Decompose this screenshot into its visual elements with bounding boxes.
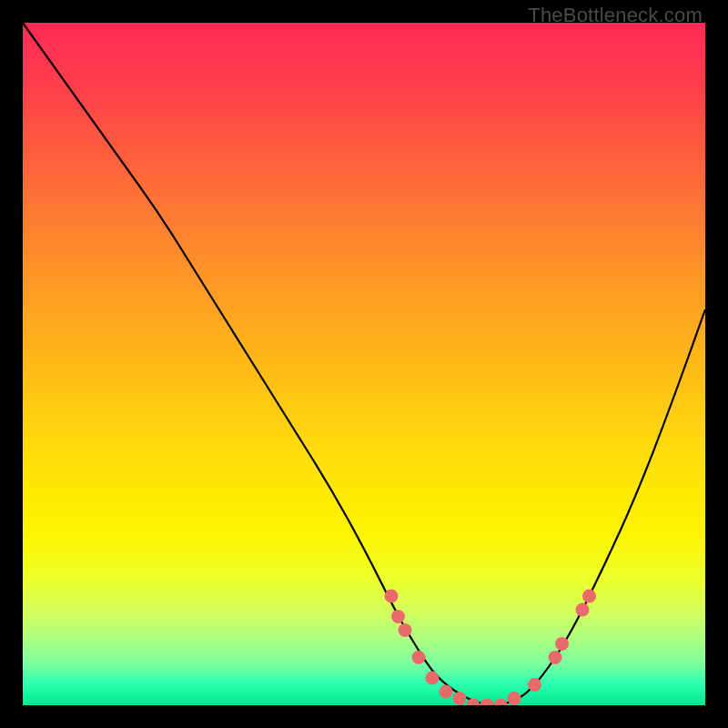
data-marker — [549, 651, 562, 664]
plot-area — [23, 23, 705, 705]
data-marker — [528, 678, 541, 692]
data-marker — [385, 590, 399, 603]
data-marker — [453, 692, 467, 705]
data-marker — [494, 699, 508, 706]
data-marker — [412, 651, 426, 664]
data-marker — [508, 692, 521, 705]
data-marker — [391, 610, 405, 623]
data-marker — [399, 623, 412, 637]
data-marker — [440, 685, 453, 699]
bottleneck-curve — [23, 23, 705, 705]
data-marker — [582, 590, 596, 603]
data-marker — [480, 699, 494, 706]
chart-frame: TheBottleneck.com — [0, 0, 728, 728]
data-marker — [426, 672, 440, 685]
data-marker — [555, 637, 569, 651]
data-marker — [576, 603, 590, 617]
watermark-text: TheBottleneck.com — [528, 4, 703, 27]
curve-svg — [23, 23, 705, 705]
